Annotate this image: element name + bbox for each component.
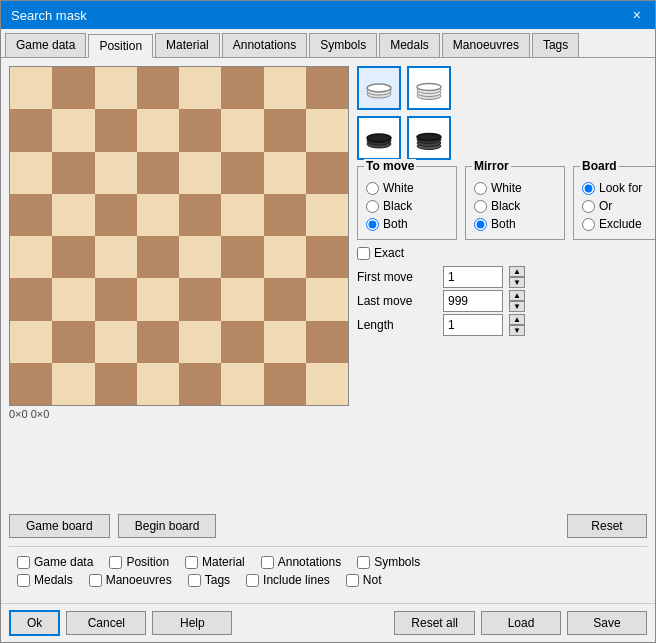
cb-position-label[interactable]: Position	[109, 555, 169, 569]
chess-cell-6-4[interactable]	[179, 321, 221, 363]
board-or[interactable]: Or	[582, 199, 655, 213]
chess-cell-6-2[interactable]	[95, 321, 137, 363]
chess-cell-4-4[interactable]	[179, 236, 221, 278]
to-move-both[interactable]: Both	[366, 217, 448, 231]
chess-cell-4-3[interactable]	[137, 236, 179, 278]
chess-cell-5-6[interactable]	[264, 278, 306, 320]
length-down[interactable]: ▼	[509, 325, 525, 336]
mirror-both[interactable]: Both	[474, 217, 556, 231]
cb-material-label[interactable]: Material	[185, 555, 245, 569]
begin-board-button[interactable]: Begin board	[118, 514, 217, 538]
chess-board[interactable]	[9, 66, 349, 406]
cb-medals-label[interactable]: Medals	[17, 573, 73, 587]
chess-cell-4-1[interactable]	[52, 236, 94, 278]
chess-cell-0-6[interactable]	[264, 67, 306, 109]
chess-cell-3-7[interactable]	[306, 194, 348, 236]
chess-cell-7-4[interactable]	[179, 363, 221, 405]
tab-medals[interactable]: Medals	[379, 33, 440, 57]
cb-annotations-label[interactable]: Annotations	[261, 555, 341, 569]
chess-cell-5-3[interactable]	[137, 278, 179, 320]
exact-checkbox[interactable]	[357, 247, 370, 260]
chess-cell-7-6[interactable]	[264, 363, 306, 405]
white-pieces-button[interactable]	[357, 66, 401, 110]
cb-game-data[interactable]	[17, 556, 30, 569]
last-move-down[interactable]: ▼	[509, 301, 525, 312]
tab-material[interactable]: Material	[155, 33, 220, 57]
chess-cell-1-2[interactable]	[95, 109, 137, 151]
cb-annotations[interactable]	[261, 556, 274, 569]
last-move-up[interactable]: ▲	[509, 290, 525, 301]
cb-tags[interactable]	[188, 574, 201, 587]
cb-material[interactable]	[185, 556, 198, 569]
length-input[interactable]	[443, 314, 503, 336]
chess-cell-7-7[interactable]	[306, 363, 348, 405]
chess-cell-2-1[interactable]	[52, 152, 94, 194]
chess-cell-2-2[interactable]	[95, 152, 137, 194]
white-stack-button[interactable]	[407, 66, 451, 110]
chess-cell-3-0[interactable]	[10, 194, 52, 236]
chess-cell-1-6[interactable]	[264, 109, 306, 151]
reset-button[interactable]: Reset	[567, 514, 647, 538]
chess-cell-0-2[interactable]	[95, 67, 137, 109]
chess-cell-1-3[interactable]	[137, 109, 179, 151]
chess-cell-0-1[interactable]	[52, 67, 94, 109]
first-move-input[interactable]	[443, 266, 503, 288]
chess-cell-6-7[interactable]	[306, 321, 348, 363]
chess-cell-2-3[interactable]	[137, 152, 179, 194]
cb-position[interactable]	[109, 556, 122, 569]
chess-cell-4-2[interactable]	[95, 236, 137, 278]
chess-cell-4-6[interactable]	[264, 236, 306, 278]
cb-tags-label[interactable]: Tags	[188, 573, 230, 587]
chess-cell-2-4[interactable]	[179, 152, 221, 194]
cb-symbols[interactable]	[357, 556, 370, 569]
tab-game-data[interactable]: Game data	[5, 33, 86, 57]
chess-cell-3-5[interactable]	[221, 194, 263, 236]
reset-all-button[interactable]: Reset all	[394, 611, 475, 635]
chess-cell-2-0[interactable]	[10, 152, 52, 194]
cb-medals[interactable]	[17, 574, 30, 587]
chess-cell-5-5[interactable]	[221, 278, 263, 320]
chess-cell-0-7[interactable]	[306, 67, 348, 109]
chess-cell-1-5[interactable]	[221, 109, 263, 151]
chess-cell-5-0[interactable]	[10, 278, 52, 320]
tab-symbols[interactable]: Symbols	[309, 33, 377, 57]
chess-cell-0-5[interactable]	[221, 67, 263, 109]
chess-cell-3-1[interactable]	[52, 194, 94, 236]
first-move-down[interactable]: ▼	[509, 277, 525, 288]
chess-cell-1-4[interactable]	[179, 109, 221, 151]
chess-cell-3-4[interactable]	[179, 194, 221, 236]
chess-cell-2-5[interactable]	[221, 152, 263, 194]
chess-cell-3-3[interactable]	[137, 194, 179, 236]
cb-manoeuvres-label[interactable]: Manoeuvres	[89, 573, 172, 587]
to-move-white-radio[interactable]	[366, 182, 379, 195]
chess-cell-6-6[interactable]	[264, 321, 306, 363]
cb-not[interactable]	[346, 574, 359, 587]
length-up[interactable]: ▲	[509, 314, 525, 325]
save-button[interactable]: Save	[567, 611, 647, 635]
chess-cell-7-3[interactable]	[137, 363, 179, 405]
cb-not-label[interactable]: Not	[346, 573, 382, 587]
cancel-button[interactable]: Cancel	[66, 611, 146, 635]
chess-cell-1-1[interactable]	[52, 109, 94, 151]
chess-cell-6-5[interactable]	[221, 321, 263, 363]
chess-cell-5-4[interactable]	[179, 278, 221, 320]
chess-cell-4-0[interactable]	[10, 236, 52, 278]
chess-cell-5-1[interactable]	[52, 278, 94, 320]
black-stack-button[interactable]	[407, 116, 451, 160]
cb-include-lines[interactable]	[246, 574, 259, 587]
chess-cell-5-7[interactable]	[306, 278, 348, 320]
load-button[interactable]: Load	[481, 611, 561, 635]
tab-position[interactable]: Position	[88, 34, 153, 58]
chess-cell-7-5[interactable]	[221, 363, 263, 405]
ok-button[interactable]: Ok	[9, 610, 60, 636]
tab-tags[interactable]: Tags	[532, 33, 579, 57]
tab-annotations[interactable]: Annotations	[222, 33, 307, 57]
chess-cell-0-0[interactable]	[10, 67, 52, 109]
game-board-button[interactable]: Game board	[9, 514, 110, 538]
board-exclude-radio[interactable]	[582, 218, 595, 231]
mirror-white[interactable]: White	[474, 181, 556, 195]
cb-symbols-label[interactable]: Symbols	[357, 555, 420, 569]
cb-include-lines-label[interactable]: Include lines	[246, 573, 330, 587]
exact-checkbox-label[interactable]: Exact	[357, 246, 404, 260]
mirror-both-radio[interactable]	[474, 218, 487, 231]
